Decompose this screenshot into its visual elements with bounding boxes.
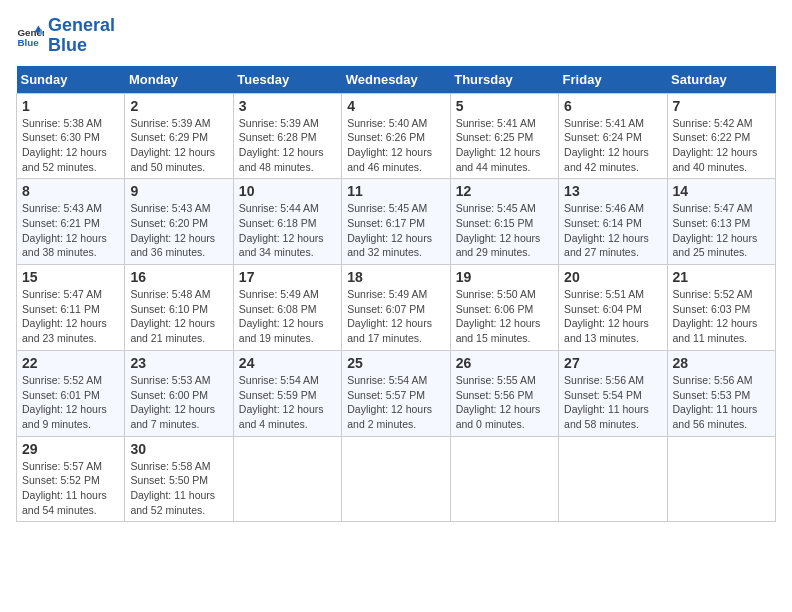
calendar-cell: 22Sunrise: 5:52 AM Sunset: 6:01 PM Dayli… — [17, 350, 125, 436]
day-detail: Sunrise: 5:43 AM Sunset: 6:21 PM Dayligh… — [22, 201, 119, 260]
day-detail: Sunrise: 5:39 AM Sunset: 6:29 PM Dayligh… — [130, 116, 227, 175]
calendar-cell: 9Sunrise: 5:43 AM Sunset: 6:20 PM Daylig… — [125, 179, 233, 265]
calendar-cell: 18Sunrise: 5:49 AM Sunset: 6:07 PM Dayli… — [342, 265, 450, 351]
weekday-header-friday: Friday — [559, 66, 667, 94]
logo-icon: General Blue — [16, 22, 44, 50]
calendar-cell: 8Sunrise: 5:43 AM Sunset: 6:21 PM Daylig… — [17, 179, 125, 265]
calendar-cell: 1Sunrise: 5:38 AM Sunset: 6:30 PM Daylig… — [17, 93, 125, 179]
weekday-header-saturday: Saturday — [667, 66, 775, 94]
day-detail: Sunrise: 5:56 AM Sunset: 5:54 PM Dayligh… — [564, 373, 661, 432]
week-row-1: 1Sunrise: 5:38 AM Sunset: 6:30 PM Daylig… — [17, 93, 776, 179]
day-number: 26 — [456, 355, 553, 371]
day-number: 2 — [130, 98, 227, 114]
day-number: 6 — [564, 98, 661, 114]
logo-text: General Blue — [48, 16, 115, 56]
calendar-cell — [342, 436, 450, 522]
calendar-cell: 11Sunrise: 5:45 AM Sunset: 6:17 PM Dayli… — [342, 179, 450, 265]
day-number: 30 — [130, 441, 227, 457]
calendar-cell: 21Sunrise: 5:52 AM Sunset: 6:03 PM Dayli… — [667, 265, 775, 351]
calendar-cell: 7Sunrise: 5:42 AM Sunset: 6:22 PM Daylig… — [667, 93, 775, 179]
weekday-header-thursday: Thursday — [450, 66, 558, 94]
day-detail: Sunrise: 5:45 AM Sunset: 6:15 PM Dayligh… — [456, 201, 553, 260]
day-detail: Sunrise: 5:45 AM Sunset: 6:17 PM Dayligh… — [347, 201, 444, 260]
day-detail: Sunrise: 5:49 AM Sunset: 6:07 PM Dayligh… — [347, 287, 444, 346]
day-number: 18 — [347, 269, 444, 285]
day-number: 11 — [347, 183, 444, 199]
day-detail: Sunrise: 5:54 AM Sunset: 5:59 PM Dayligh… — [239, 373, 336, 432]
day-detail: Sunrise: 5:52 AM Sunset: 6:03 PM Dayligh… — [673, 287, 770, 346]
calendar-cell: 14Sunrise: 5:47 AM Sunset: 6:13 PM Dayli… — [667, 179, 775, 265]
day-detail: Sunrise: 5:47 AM Sunset: 6:11 PM Dayligh… — [22, 287, 119, 346]
calendar-cell: 10Sunrise: 5:44 AM Sunset: 6:18 PM Dayli… — [233, 179, 341, 265]
day-detail: Sunrise: 5:38 AM Sunset: 6:30 PM Dayligh… — [22, 116, 119, 175]
day-number: 24 — [239, 355, 336, 371]
day-detail: Sunrise: 5:53 AM Sunset: 6:00 PM Dayligh… — [130, 373, 227, 432]
calendar-cell: 12Sunrise: 5:45 AM Sunset: 6:15 PM Dayli… — [450, 179, 558, 265]
calendar-cell: 4Sunrise: 5:40 AM Sunset: 6:26 PM Daylig… — [342, 93, 450, 179]
day-detail: Sunrise: 5:43 AM Sunset: 6:20 PM Dayligh… — [130, 201, 227, 260]
weekday-header-row: SundayMondayTuesdayWednesdayThursdayFrid… — [17, 66, 776, 94]
weekday-header-tuesday: Tuesday — [233, 66, 341, 94]
day-number: 29 — [22, 441, 119, 457]
day-number: 20 — [564, 269, 661, 285]
weekday-header-monday: Monday — [125, 66, 233, 94]
day-number: 16 — [130, 269, 227, 285]
calendar-cell: 6Sunrise: 5:41 AM Sunset: 6:24 PM Daylig… — [559, 93, 667, 179]
calendar-cell: 17Sunrise: 5:49 AM Sunset: 6:08 PM Dayli… — [233, 265, 341, 351]
day-detail: Sunrise: 5:48 AM Sunset: 6:10 PM Dayligh… — [130, 287, 227, 346]
day-detail: Sunrise: 5:56 AM Sunset: 5:53 PM Dayligh… — [673, 373, 770, 432]
day-detail: Sunrise: 5:40 AM Sunset: 6:26 PM Dayligh… — [347, 116, 444, 175]
week-row-4: 22Sunrise: 5:52 AM Sunset: 6:01 PM Dayli… — [17, 350, 776, 436]
day-number: 25 — [347, 355, 444, 371]
weekday-header-sunday: Sunday — [17, 66, 125, 94]
calendar-cell: 19Sunrise: 5:50 AM Sunset: 6:06 PM Dayli… — [450, 265, 558, 351]
calendar-cell: 15Sunrise: 5:47 AM Sunset: 6:11 PM Dayli… — [17, 265, 125, 351]
svg-text:Blue: Blue — [17, 37, 39, 48]
day-number: 14 — [673, 183, 770, 199]
calendar-table: SundayMondayTuesdayWednesdayThursdayFrid… — [16, 66, 776, 523]
day-number: 28 — [673, 355, 770, 371]
day-number: 7 — [673, 98, 770, 114]
day-number: 9 — [130, 183, 227, 199]
week-row-2: 8Sunrise: 5:43 AM Sunset: 6:21 PM Daylig… — [17, 179, 776, 265]
day-number: 4 — [347, 98, 444, 114]
day-detail: Sunrise: 5:49 AM Sunset: 6:08 PM Dayligh… — [239, 287, 336, 346]
day-number: 5 — [456, 98, 553, 114]
calendar-cell: 13Sunrise: 5:46 AM Sunset: 6:14 PM Dayli… — [559, 179, 667, 265]
day-number: 10 — [239, 183, 336, 199]
calendar-cell — [450, 436, 558, 522]
day-detail: Sunrise: 5:41 AM Sunset: 6:25 PM Dayligh… — [456, 116, 553, 175]
day-number: 17 — [239, 269, 336, 285]
day-detail: Sunrise: 5:46 AM Sunset: 6:14 PM Dayligh… — [564, 201, 661, 260]
day-number: 22 — [22, 355, 119, 371]
day-number: 12 — [456, 183, 553, 199]
calendar-cell: 25Sunrise: 5:54 AM Sunset: 5:57 PM Dayli… — [342, 350, 450, 436]
calendar-cell: 30Sunrise: 5:58 AM Sunset: 5:50 PM Dayli… — [125, 436, 233, 522]
page-header: General Blue General Blue — [16, 16, 776, 56]
week-row-3: 15Sunrise: 5:47 AM Sunset: 6:11 PM Dayli… — [17, 265, 776, 351]
day-number: 15 — [22, 269, 119, 285]
day-detail: Sunrise: 5:39 AM Sunset: 6:28 PM Dayligh… — [239, 116, 336, 175]
calendar-cell: 23Sunrise: 5:53 AM Sunset: 6:00 PM Dayli… — [125, 350, 233, 436]
calendar-cell: 26Sunrise: 5:55 AM Sunset: 5:56 PM Dayli… — [450, 350, 558, 436]
day-detail: Sunrise: 5:54 AM Sunset: 5:57 PM Dayligh… — [347, 373, 444, 432]
day-number: 23 — [130, 355, 227, 371]
calendar-cell: 28Sunrise: 5:56 AM Sunset: 5:53 PM Dayli… — [667, 350, 775, 436]
logo: General Blue General Blue — [16, 16, 115, 56]
day-detail: Sunrise: 5:57 AM Sunset: 5:52 PM Dayligh… — [22, 459, 119, 518]
day-number: 1 — [22, 98, 119, 114]
day-detail: Sunrise: 5:44 AM Sunset: 6:18 PM Dayligh… — [239, 201, 336, 260]
calendar-cell: 24Sunrise: 5:54 AM Sunset: 5:59 PM Dayli… — [233, 350, 341, 436]
day-number: 19 — [456, 269, 553, 285]
day-number: 21 — [673, 269, 770, 285]
day-number: 8 — [22, 183, 119, 199]
day-detail: Sunrise: 5:41 AM Sunset: 6:24 PM Dayligh… — [564, 116, 661, 175]
calendar-cell: 5Sunrise: 5:41 AM Sunset: 6:25 PM Daylig… — [450, 93, 558, 179]
day-detail: Sunrise: 5:58 AM Sunset: 5:50 PM Dayligh… — [130, 459, 227, 518]
day-number: 3 — [239, 98, 336, 114]
day-detail: Sunrise: 5:50 AM Sunset: 6:06 PM Dayligh… — [456, 287, 553, 346]
calendar-cell — [667, 436, 775, 522]
weekday-header-wednesday: Wednesday — [342, 66, 450, 94]
calendar-cell — [559, 436, 667, 522]
day-detail: Sunrise: 5:55 AM Sunset: 5:56 PM Dayligh… — [456, 373, 553, 432]
